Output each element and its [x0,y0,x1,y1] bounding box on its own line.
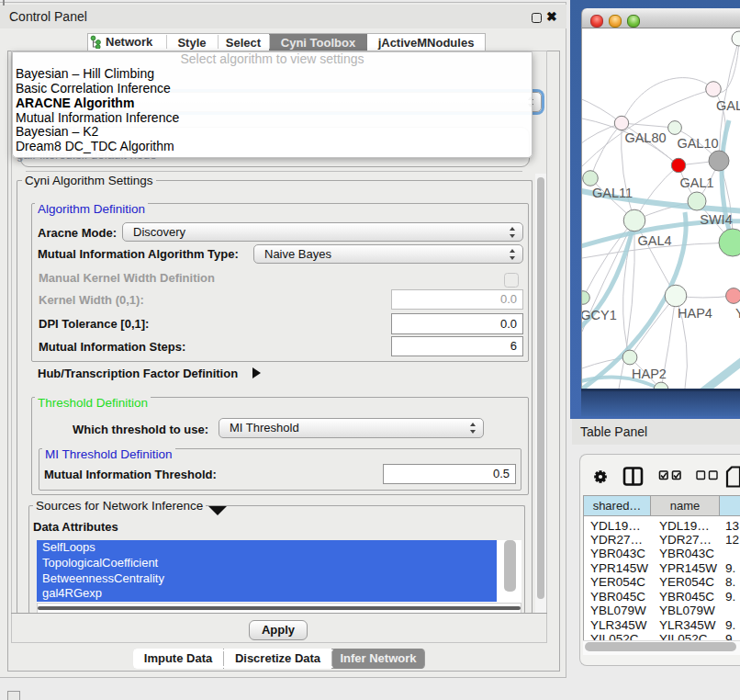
svg-text:GAL: GAL [716,98,740,113]
svg-text:GCY1: GCY1 [582,308,617,322]
svg-text:GAL80: GAL80 [624,130,666,145]
svg-text:HAP2: HAP2 [632,367,667,381]
svg-text:GAL1: GAL1 [679,175,713,190]
svg-text:GAL11: GAL11 [592,186,633,200]
svg-text:GAL4: GAL4 [637,233,671,248]
svg-text:Y: Y [735,306,740,321]
svg-text:SWI4: SWI4 [700,212,732,227]
svg-text:GAL10: GAL10 [677,136,718,151]
svg-text:HAP4: HAP4 [678,306,712,321]
